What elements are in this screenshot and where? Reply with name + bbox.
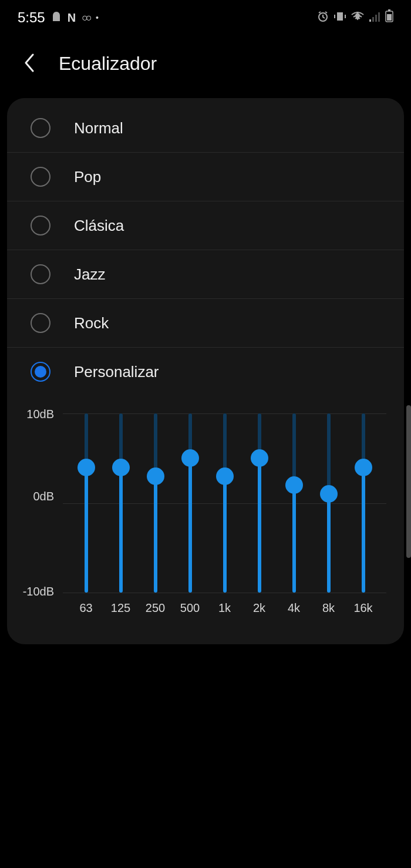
slider-fill bbox=[119, 467, 123, 593]
eq-slider-500[interactable] bbox=[173, 413, 207, 593]
slider-track[interactable] bbox=[85, 413, 88, 593]
slider-track[interactable] bbox=[362, 413, 365, 593]
settings-card: NormalPopClásicaJazzRockPersonalizar 10d… bbox=[7, 98, 404, 644]
slider-fill bbox=[258, 458, 261, 593]
preset-label: Pop bbox=[74, 168, 101, 186]
slider-thumb[interactable] bbox=[285, 476, 303, 494]
eq-slider-63[interactable] bbox=[69, 413, 103, 593]
slider-thumb[interactable] bbox=[320, 485, 338, 503]
radio-button[interactable] bbox=[31, 362, 50, 382]
preset-label: Personalizar bbox=[74, 363, 159, 381]
status-time: 5:55 bbox=[18, 9, 45, 26]
slider-track[interactable] bbox=[154, 413, 157, 593]
battery-icon bbox=[385, 9, 393, 26]
wifi-icon bbox=[351, 9, 364, 26]
y-label-max: 10dB bbox=[19, 408, 54, 421]
signal-icon bbox=[369, 9, 380, 26]
freq-label: 63 bbox=[69, 601, 103, 615]
header: Ecualizador bbox=[0, 35, 411, 98]
freq-label: 250 bbox=[138, 601, 173, 615]
y-label-min: -10dB bbox=[19, 585, 54, 598]
eq-sliders-area: 631252505001k2k4k8k16k bbox=[63, 413, 386, 615]
status-left: 5:55 N ○○ • bbox=[18, 9, 99, 26]
slider-fill bbox=[327, 494, 331, 593]
slider-fill bbox=[188, 458, 192, 593]
slider-fill bbox=[223, 476, 227, 593]
slider-thumb[interactable] bbox=[78, 459, 95, 476]
slider-thumb[interactable] bbox=[251, 449, 268, 467]
slider-track[interactable] bbox=[119, 413, 123, 593]
slider-track[interactable] bbox=[258, 413, 261, 593]
scrollbar[interactable] bbox=[406, 405, 411, 558]
eq-slider-16k[interactable] bbox=[346, 413, 380, 593]
preset-row-rock[interactable]: Rock bbox=[7, 299, 404, 348]
freq-label: 500 bbox=[173, 601, 207, 615]
back-button[interactable] bbox=[23, 53, 35, 75]
freq-label: 4k bbox=[277, 601, 311, 615]
slider-thumb[interactable] bbox=[181, 449, 199, 467]
preset-label: Rock bbox=[74, 314, 109, 332]
slider-fill bbox=[292, 485, 296, 593]
slider-track[interactable] bbox=[188, 413, 192, 593]
slider-track[interactable] bbox=[223, 413, 227, 593]
slider-track[interactable] bbox=[327, 413, 331, 593]
slider-thumb[interactable] bbox=[112, 459, 130, 476]
chevron-left-icon bbox=[23, 53, 35, 72]
radio-button[interactable] bbox=[31, 264, 50, 284]
slider-thumb[interactable] bbox=[355, 459, 372, 476]
slider-fill bbox=[154, 476, 157, 593]
preset-label: Normal bbox=[74, 119, 123, 137]
status-bar: 5:55 N ○○ • bbox=[0, 0, 411, 35]
vibrate-icon bbox=[333, 9, 346, 26]
slider-fill bbox=[85, 467, 88, 593]
slider-fill bbox=[362, 467, 365, 593]
eq-slider-125[interactable] bbox=[103, 413, 138, 593]
radio-button[interactable] bbox=[31, 216, 50, 235]
freq-label: 2k bbox=[242, 601, 277, 615]
slider-thumb[interactable] bbox=[216, 467, 234, 485]
more-notifications-icon: • bbox=[96, 13, 99, 22]
slider-thumb[interactable] bbox=[147, 467, 164, 485]
freq-label: 16k bbox=[346, 601, 380, 615]
svg-rect-3 bbox=[387, 14, 392, 21]
preset-row-personalizar[interactable]: Personalizar bbox=[7, 348, 404, 396]
voicemail-icon: ○○ bbox=[82, 12, 90, 24]
y-label-mid: 0dB bbox=[19, 490, 54, 503]
preset-label: Clásica bbox=[74, 217, 124, 235]
svg-rect-2 bbox=[388, 9, 390, 11]
page-title: Ecualizador bbox=[59, 53, 157, 75]
radio-dot-icon bbox=[35, 366, 46, 378]
freq-label: 1k bbox=[207, 601, 242, 615]
netflix-icon: N bbox=[68, 11, 76, 25]
radio-button[interactable] bbox=[31, 313, 50, 333]
preset-row-jazz[interactable]: Jazz bbox=[7, 250, 404, 299]
status-right bbox=[317, 9, 393, 26]
preset-row-clásica[interactable]: Clásica bbox=[7, 201, 404, 250]
preset-row-pop[interactable]: Pop bbox=[7, 153, 404, 201]
eq-slider-8k[interactable] bbox=[311, 413, 346, 593]
eq-y-axis: 10dB 0dB -10dB bbox=[19, 413, 63, 593]
freq-label: 8k bbox=[311, 601, 346, 615]
eq-slider-2k[interactable] bbox=[242, 413, 277, 593]
eq-slider-250[interactable] bbox=[138, 413, 173, 593]
radio-button[interactable] bbox=[31, 167, 50, 187]
eq-slider-4k[interactable] bbox=[277, 413, 311, 593]
eq-slider-1k[interactable] bbox=[207, 413, 242, 593]
slider-track[interactable] bbox=[292, 413, 296, 593]
freq-label: 125 bbox=[103, 601, 138, 615]
equalizer-panel: 10dB 0dB -10dB 631252505001k2k4k8k16k bbox=[7, 396, 404, 621]
preset-label: Jazz bbox=[74, 265, 105, 284]
app-notification-icon bbox=[51, 9, 62, 26]
preset-row-normal[interactable]: Normal bbox=[7, 104, 404, 153]
alarm-icon bbox=[317, 9, 329, 26]
radio-button[interactable] bbox=[31, 118, 50, 138]
